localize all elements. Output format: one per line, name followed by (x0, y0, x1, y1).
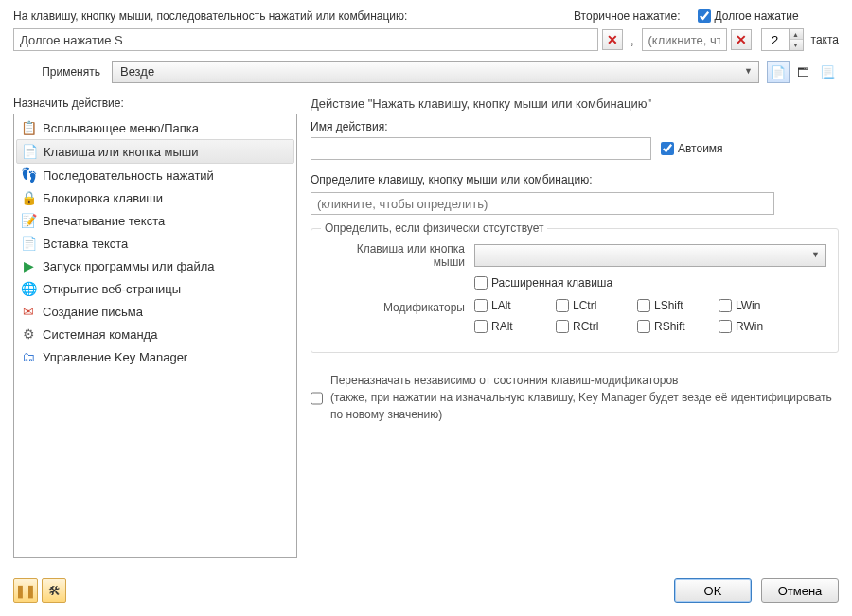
modifier-checkbox[interactable] (637, 320, 650, 333)
list-item[interactable]: 👣Последовательность нажатий (16, 164, 294, 186)
apply-scope-value: Везде (120, 64, 154, 79)
list-item-label: Всплывающее меню/Папка (43, 121, 199, 135)
modifier-label: RCtrl (573, 320, 598, 333)
ticks-input[interactable] (762, 29, 789, 50)
extended-key-checkbox[interactable]: Расширенная клавиша (474, 276, 612, 290)
extended-key-label: Расширенная клавиша (491, 276, 612, 290)
spinner-up[interactable]: ▲ (790, 29, 803, 40)
define-key-input[interactable] (311, 192, 774, 215)
modifier-label: LAlt (491, 299, 511, 312)
reassign-note: (также, при нажатии на изначальную клави… (330, 391, 832, 421)
secondary-press-label: Вторичное нажатие: (574, 9, 681, 23)
long-press-checkbox[interactable]: Долгое нажатие (698, 9, 799, 23)
modifier-lwin[interactable]: LWin (719, 299, 779, 312)
long-press-label: Долгое нажатие (715, 9, 799, 23)
clear-secondary-button[interactable]: ✕ (731, 29, 752, 50)
action-icon: ▶ (20, 257, 37, 274)
key-or-mouse-label: Клавиша или кнопка мыши (323, 242, 465, 269)
modifier-checkbox[interactable] (637, 299, 650, 312)
list-item-label: Последовательность нажатий (43, 168, 214, 183)
list-item[interactable]: ▶Запуск программы или файла (16, 255, 294, 277)
record-button[interactable]: 🛠 (42, 578, 66, 603)
list-item[interactable]: ✉Создание письма (16, 300, 294, 323)
modifier-lalt[interactable]: LAlt (474, 299, 535, 312)
reassign-checkbox[interactable] (311, 374, 323, 423)
list-item-label: Блокировка клавиши (43, 191, 163, 205)
action-icon: 🌐 (20, 280, 37, 297)
action-name-input[interactable] (311, 137, 651, 160)
action-icon: 🔒 (20, 189, 37, 206)
modifier-checkbox[interactable] (719, 299, 732, 312)
secondary-press-input[interactable] (642, 28, 727, 51)
list-item[interactable]: 📄Клавиша или кнопка мыши (16, 139, 294, 164)
pause-button[interactable]: ❚❚ (13, 578, 38, 603)
modifier-rctrl[interactable]: RCtrl (556, 320, 616, 333)
modifier-checkbox[interactable] (719, 320, 732, 333)
page-icon: 📄 (771, 65, 786, 79)
modifier-checkbox[interactable] (556, 299, 569, 312)
modifier-lshift[interactable]: LShift (637, 299, 698, 312)
pick-window-button[interactable]: 🗔 (791, 61, 814, 83)
action-icon: 🗂 (20, 348, 37, 365)
action-icon: 📝 (20, 212, 37, 229)
action-panel-title: Действие "Нажать клавишу, кнопку мыши ил… (311, 97, 839, 111)
action-listbox[interactable]: 📋Всплывающее меню/Папка📄Клавиша или кноп… (13, 114, 297, 558)
ticks-label: такта (811, 33, 839, 46)
list-item[interactable]: 🗂Управление Key Manager (16, 345, 294, 368)
list-item[interactable]: 🌐Открытие веб-страницы (16, 277, 294, 300)
list-item-label: Управление Key Manager (43, 350, 187, 364)
action-icon: ⚙ (20, 326, 37, 343)
autoname-check-input[interactable] (661, 142, 674, 155)
list-item-label: Клавиша или кнопка мыши (44, 145, 198, 159)
target-icon: 🗔 (797, 65, 809, 79)
autoname-checkbox[interactable]: Автоимя (661, 142, 723, 155)
doc-icon: 📃 (820, 65, 835, 79)
key-sequence-input[interactable] (13, 28, 598, 51)
action-name-label: Имя действия: (311, 120, 839, 133)
assign-action-title: Назначить действие: (13, 97, 297, 110)
absent-legend: Определить, если физически отсутствует (321, 221, 547, 235)
ticks-spinner[interactable]: ▲ ▼ (761, 28, 804, 51)
list-item[interactable]: 📄Вставка текста (16, 232, 294, 255)
modifier-checkbox[interactable] (474, 299, 488, 312)
absent-fieldset: Определить, если физически отсутствует К… (311, 228, 839, 353)
long-press-check-input[interactable] (698, 9, 711, 23)
modifier-label: RShift (654, 320, 685, 333)
modifiers-label: Модификаторы (323, 299, 465, 314)
clear-key-button[interactable]: ✕ (602, 29, 623, 50)
autoname-label: Автоимя (678, 142, 723, 155)
modifier-label: RAlt (491, 320, 513, 333)
action-icon: 📄 (20, 235, 37, 252)
modifier-rshift[interactable]: RShift (637, 320, 698, 333)
extended-key-input[interactable] (474, 276, 488, 290)
modifier-label: RWin (736, 320, 763, 333)
modifier-lctrl[interactable]: LCtrl (556, 299, 616, 312)
key-or-mouse-dropdown[interactable] (474, 244, 826, 267)
modifier-rwin[interactable]: RWin (719, 320, 779, 333)
list-item[interactable]: 📋Всплывающее меню/Папка (16, 116, 294, 139)
apply-label: Применять (13, 65, 104, 79)
key-sequence-label: На клавишу, кнопку мыши, последовательно… (13, 9, 562, 23)
new-window-button[interactable]: 📄 (767, 61, 790, 83)
define-key-label: Определите клавишу, кнопку мыши или комб… (311, 173, 839, 186)
pause-icon: ❚❚ (15, 584, 36, 598)
list-item-label: Вставка текста (43, 237, 128, 251)
list-item[interactable]: ⚙Системная команда (16, 323, 294, 345)
ok-button[interactable]: OK (674, 578, 752, 603)
modifier-ralt[interactable]: RAlt (474, 320, 535, 333)
reassign-label: Переназначать независимо от состояния кл… (330, 374, 678, 387)
apply-scope-combo[interactable]: Везде (112, 61, 759, 83)
list-item-label: Запуск программы или файла (43, 259, 215, 273)
modifier-checkbox[interactable] (556, 320, 569, 333)
list-item[interactable]: 🔒Блокировка клавиши (16, 186, 294, 209)
list-item[interactable]: 📝Впечатывание текста (16, 209, 294, 232)
modifier-checkbox[interactable] (474, 320, 488, 333)
modifier-label: LCtrl (573, 299, 596, 312)
action-icon: 📋 (20, 119, 37, 136)
list-item-label: Открытие веб-страницы (43, 282, 181, 296)
cancel-button[interactable]: Отмена (761, 578, 839, 603)
spinner-down[interactable]: ▼ (790, 40, 803, 50)
modifier-label: LShift (654, 299, 683, 312)
list-button[interactable]: 📃 (816, 61, 839, 83)
action-icon: 📄 (21, 143, 38, 160)
